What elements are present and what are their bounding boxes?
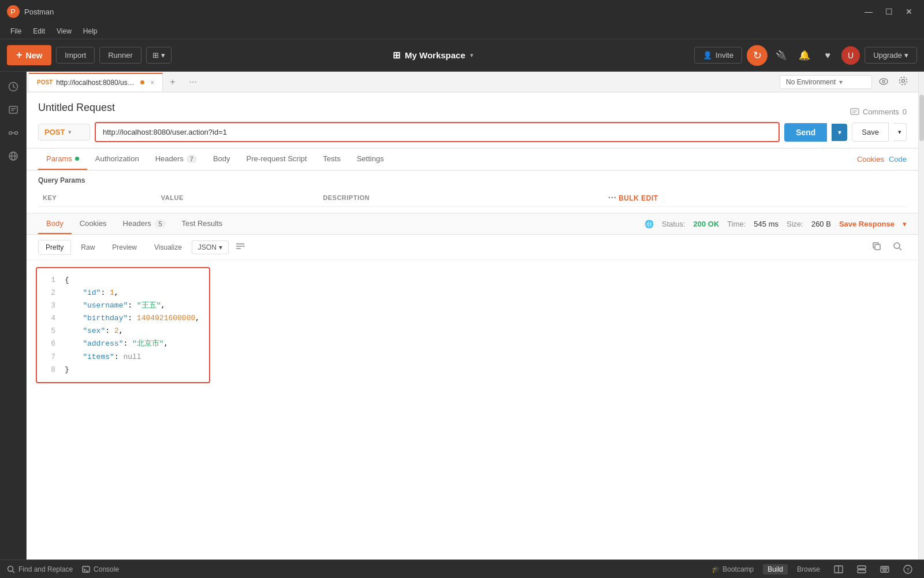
format-selector[interactable]: JSON ▾ — [192, 240, 229, 254]
resp-tab-headers[interactable]: Headers 5 — [115, 214, 174, 234]
resp-tab-cookies[interactable]: Cookies — [72, 214, 115, 234]
layout-button[interactable]: ⊞ ▾ — [146, 47, 172, 64]
sidebar-item-environments[interactable] — [3, 146, 24, 166]
format-chevron-icon: ▾ — [219, 243, 222, 251]
avatar-button[interactable]: U — [841, 46, 860, 65]
keyboard-shortcuts-button[interactable] — [875, 565, 894, 574]
tab-tests[interactable]: Tests — [315, 149, 348, 170]
comments-button[interactable]: Comments 0 — [850, 108, 907, 116]
url-input[interactable] — [96, 123, 778, 141]
response-tabs-bar: Body Cookies Headers 5 Test Results 🌐 St… — [27, 213, 918, 235]
svg-rect-35 — [884, 568, 885, 569]
menu-edit[interactable]: Edit — [27, 25, 51, 38]
upgrade-button[interactable]: Upgrade ▾ — [865, 47, 917, 64]
settings-icon-button[interactable] — [895, 74, 911, 90]
save-response-chevron-icon[interactable]: ▾ — [903, 220, 907, 228]
tab-body[interactable]: Body — [205, 149, 239, 170]
cookies-link[interactable]: Cookies — [857, 155, 884, 164]
new-button[interactable]: + New — [7, 45, 51, 65]
workspace-label: My Workspace — [405, 50, 465, 60]
browse-button[interactable]: Browse — [792, 564, 825, 575]
size-label: Size: — [787, 220, 803, 228]
svg-rect-22 — [875, 244, 880, 250]
tab-modified-dot — [140, 80, 144, 84]
sidebar-item-apis[interactable] — [3, 123, 24, 143]
scrollbar-thumb[interactable] — [919, 95, 924, 141]
console-button[interactable]: Console — [82, 565, 119, 573]
tab-headers[interactable]: Headers 7 — [147, 149, 205, 170]
tab-close-button[interactable]: × — [150, 79, 154, 87]
fmt-tab-pretty[interactable]: Pretty — [38, 240, 71, 255]
layout-toggle-button[interactable] — [829, 564, 848, 575]
heart-button[interactable]: ♥ — [818, 46, 837, 65]
resp-tab-body[interactable]: Body — [38, 214, 72, 234]
runner-button[interactable]: Runner — [99, 47, 141, 64]
eye-icon-button[interactable] — [875, 75, 892, 90]
menubar: File Edit View Help — [0, 23, 924, 39]
maximize-button[interactable]: ☐ — [881, 6, 897, 17]
params-header-row: KEY VALUE DESCRIPTION ··· Bulk Edit — [38, 189, 907, 207]
find-replace-button[interactable]: Find and Replace — [7, 565, 73, 573]
scrollbar-track[interactable] — [918, 72, 924, 560]
find-replace-label: Find and Replace — [18, 565, 73, 573]
menu-view[interactable]: View — [51, 25, 77, 38]
time-label: Time: — [727, 220, 746, 228]
wrap-text-button[interactable] — [231, 240, 249, 254]
intercept-button[interactable]: 🔌 — [772, 46, 791, 65]
sidebar-item-collections[interactable] — [3, 99, 24, 120]
minimize-button[interactable]: — — [860, 6, 877, 17]
notification-button[interactable]: 🔔 — [795, 46, 814, 65]
resp-tab-test-results[interactable]: Test Results — [174, 214, 231, 234]
response-code-area: 1 { 2 "id": 1, 3 "username": "王五", 4 " — [27, 260, 918, 560]
save-response-button[interactable]: Save Response — [839, 220, 895, 228]
save-dropdown-button[interactable]: ▾ — [893, 123, 907, 141]
code-link[interactable]: Code — [889, 155, 907, 164]
response-status-bar: 🌐 Status: 200 OK Time: 545 ms Size: 260 … — [644, 220, 907, 228]
save-button[interactable]: Save — [852, 123, 889, 142]
window-controls: — ☐ ✕ — [860, 6, 917, 17]
tab-more-button[interactable]: ··· — [182, 72, 204, 92]
menu-help[interactable]: Help — [77, 25, 103, 38]
workspace-chevron-icon: ▾ — [470, 52, 473, 58]
main-layout: POST http://localhost:8080/user.acti... … — [0, 72, 924, 560]
environment-selector[interactable]: No Environment ▾ — [780, 75, 872, 89]
time-value: 545 ms — [754, 220, 778, 228]
help-button[interactable]: ? — [899, 564, 917, 575]
method-label: POST — [44, 128, 65, 136]
params-more-icon[interactable]: ··· — [608, 192, 617, 202]
code-line-7: 7 "items": null — [46, 351, 200, 364]
body-label: Body — [213, 154, 230, 163]
send-button[interactable]: Send — [784, 123, 827, 142]
invite-button[interactable]: 👤 Invite — [694, 47, 742, 64]
status-value: 200 OK — [694, 220, 720, 228]
json-response-block: 1 { 2 "id": 1, 3 "username": "王五", 4 " — [36, 267, 210, 383]
workspace-icon: ⊞ — [393, 50, 400, 61]
fmt-tab-preview[interactable]: Preview — [105, 240, 144, 255]
build-button[interactable]: Build — [763, 564, 788, 575]
two-panel-button[interactable] — [852, 564, 871, 575]
tab-settings[interactable]: Settings — [349, 149, 392, 170]
menu-file[interactable]: File — [5, 25, 27, 38]
svg-text:?: ? — [907, 567, 910, 573]
active-tab[interactable]: POST http://localhost:8080/user.acti... … — [29, 73, 163, 91]
tab-pre-request[interactable]: Pre-request Script — [239, 149, 315, 170]
copy-response-button[interactable] — [867, 239, 886, 255]
tab-authorization[interactable]: Authorization — [87, 149, 147, 170]
tab-add-button[interactable]: + — [163, 72, 182, 92]
sidebar-item-history[interactable] — [3, 76, 24, 97]
sync-button[interactable]: ↻ — [747, 45, 767, 66]
env-chevron-icon: ▾ — [839, 78, 843, 86]
bootcamp-button[interactable]: 🎓 Bootcamp — [707, 564, 758, 575]
code-line-3: 3 "username": "王五", — [46, 299, 200, 312]
import-button[interactable]: Import — [56, 47, 95, 64]
fmt-tab-visualize[interactable]: Visualize — [147, 240, 189, 255]
bulk-edit-button[interactable]: Bulk Edit — [619, 194, 658, 202]
search-response-button[interactable] — [888, 239, 907, 255]
send-dropdown-button[interactable]: ▾ — [832, 124, 847, 141]
method-selector[interactable]: POST ▾ — [38, 124, 90, 140]
fmt-tab-raw[interactable]: Raw — [73, 240, 102, 255]
tab-params[interactable]: Params — [38, 149, 87, 170]
workspace-button[interactable]: ⊞ My Workspace ▾ — [393, 50, 473, 61]
close-button[interactable]: ✕ — [901, 6, 917, 17]
method-chevron-icon: ▾ — [68, 129, 71, 135]
